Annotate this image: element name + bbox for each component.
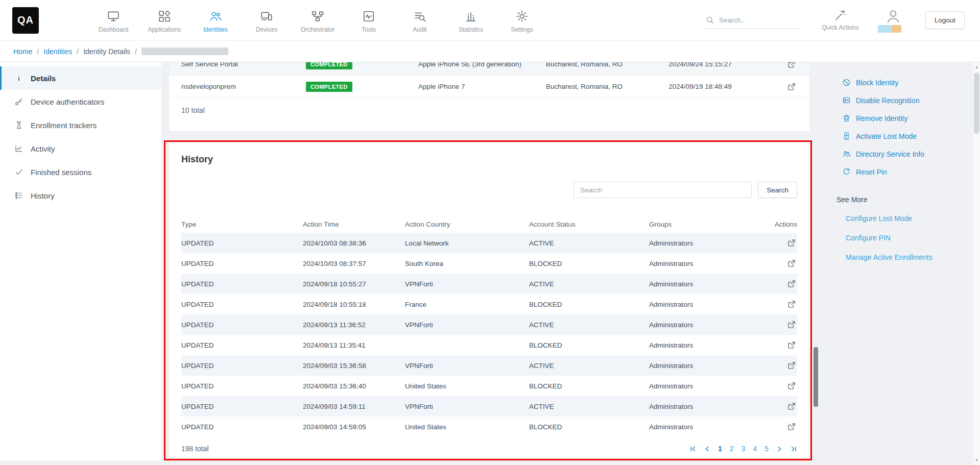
pagination-page-4[interactable]: 4: [753, 445, 757, 453]
pagination-last-icon[interactable]: [791, 446, 797, 452]
nav-item-identities[interactable]: Identities: [190, 8, 241, 33]
scrollbar-down-arrow[interactable]: ▼: [973, 456, 980, 464]
cell-groups: Administrators: [649, 362, 775, 370]
user-menu[interactable]: [881, 8, 905, 33]
sidebar-item-device-authenticators[interactable]: Device authenticators: [0, 90, 161, 113]
breadcrumb: Home / Identities / Identity Details /: [0, 41, 980, 62]
sidebar-item-history[interactable]: History: [0, 184, 161, 207]
pagination-page-5[interactable]: 5: [764, 445, 769, 453]
history-search-row: Search: [181, 182, 797, 198]
activity-chart-icon: [14, 144, 23, 153]
row-details-icon[interactable]: [786, 299, 797, 310]
nav-item-settings[interactable]: Settings: [496, 8, 547, 33]
session-row: nsdeveloponprem COMPLETED Apple iPhone 7…: [169, 76, 809, 98]
row-details-icon[interactable]: [786, 258, 797, 269]
history-row: UPDATED 2024/10/03 08:38:36 Local Networ…: [181, 233, 797, 253]
breadcrumb-separator: /: [77, 47, 79, 56]
row-details-icon[interactable]: [786, 421, 797, 432]
row-details-icon[interactable]: [786, 380, 797, 391]
page-scrollbar-thumb[interactable]: [974, 72, 979, 134]
block-identity-action[interactable]: Block Identity: [836, 74, 965, 91]
cell-status: BLOCKED: [529, 301, 649, 308]
sidebar-item-finished-sessions[interactable]: Finished sessions: [0, 160, 161, 184]
action-label: Directory Service Info: [856, 150, 924, 158]
logout-button[interactable]: Logout: [925, 11, 965, 29]
action-label: Remove Identity: [856, 114, 907, 123]
pagination-page-2[interactable]: 2: [730, 445, 734, 453]
row-details-icon[interactable]: [786, 339, 797, 351]
activate-lost-mode-action[interactable]: Activate Lost Mode: [836, 127, 965, 145]
row-details-icon[interactable]: [786, 237, 797, 249]
disable-recognition-action[interactable]: Disable Recognition: [836, 91, 965, 109]
column-groups: Groups: [649, 221, 775, 228]
breadcrumb-home[interactable]: Home: [13, 47, 32, 56]
session-time: 2024/09/24 15:15:27: [668, 62, 777, 68]
row-details-icon[interactable]: [786, 278, 797, 289]
detail-sidebar: Details Device authenticators Enrollment…: [0, 62, 161, 460]
history-row: UPDATED 2024/09/03 15:36:40 United State…: [181, 376, 797, 396]
nav-item-orchestrator[interactable]: Orchestrator: [292, 8, 343, 33]
nav-label: Statistics: [459, 26, 483, 33]
column-type: Type: [181, 221, 303, 228]
cell-time: 2024/09/03 15:36:58: [303, 362, 405, 370]
cell-status: ACTIVE: [529, 403, 649, 410]
page-scrollbar[interactable]: ▲ ▼: [972, 62, 980, 465]
session-row: Self Service Portal COMPLETED Apple iPho…: [169, 62, 809, 76]
history-table-header: Type Action Time Action Country Account …: [181, 215, 797, 233]
history-row: UPDATED 2024/10/03 08:37:57 South Korea …: [181, 253, 797, 274]
breadcrumb-current: Identity Details: [83, 47, 130, 56]
scrollbar-up-arrow[interactable]: ▲: [973, 63, 980, 71]
sidebar-item-label: Enrollment trackers: [31, 121, 97, 130]
nav-item-audit[interactable]: Audit: [394, 8, 445, 33]
main-content: Self Service Portal COMPLETED Apple iPho…: [169, 62, 809, 465]
nav-item-tools[interactable]: Tools: [343, 8, 394, 33]
nav-item-dashboard[interactable]: Dashboard: [88, 8, 139, 33]
breadcrumb-separator: /: [135, 47, 137, 56]
pagination-prev-icon[interactable]: [704, 446, 710, 452]
sidebar-item-activity[interactable]: Activity: [0, 137, 161, 160]
configure-pin-link[interactable]: Configure PIN: [836, 228, 965, 248]
pagination-page-1[interactable]: 1: [718, 445, 722, 453]
cell-groups: Administrators: [649, 280, 775, 288]
quick-actions-button[interactable]: Quick Actions: [822, 9, 859, 31]
main-nav: Dashboard Applications Identities Device…: [88, 8, 547, 33]
configure-lost-mode-link[interactable]: Configure Lost Mode: [836, 209, 965, 228]
breadcrumb-identities[interactable]: Identities: [43, 47, 72, 56]
sidebar-item-details[interactable]: Details: [0, 66, 161, 90]
manage-active-enrollments-link[interactable]: Manage Active Enrollments: [836, 248, 965, 267]
cell-status: BLOCKED: [529, 260, 649, 267]
pagination-page-3[interactable]: 3: [742, 445, 746, 453]
row-details-icon[interactable]: [786, 360, 797, 371]
open-session-icon[interactable]: [786, 81, 797, 92]
search-input[interactable]: [719, 16, 791, 24]
nav-item-statistics[interactable]: Statistics: [445, 8, 496, 33]
history-search-button[interactable]: Search: [758, 182, 797, 198]
reset-pin-action[interactable]: Reset Pin: [836, 163, 965, 181]
sidebar-item-enrollment-trackers[interactable]: Enrollment trackers: [0, 113, 161, 137]
app-logo[interactable]: QA: [12, 7, 39, 34]
action-label: Block Identity: [856, 79, 898, 87]
history-search-input[interactable]: [573, 182, 752, 198]
nav-item-devices[interactable]: Devices: [241, 8, 292, 33]
nav-label: Settings: [511, 26, 533, 33]
content-scrollbar-thumb[interactable]: [814, 347, 818, 407]
pagination-first-icon[interactable]: [689, 446, 696, 452]
cell-type: UPDATED: [181, 280, 303, 288]
cell-country: Local Network: [405, 239, 529, 247]
dashboard-icon: [107, 10, 120, 23]
directory-service-info-action[interactable]: Directory Service Info: [836, 145, 965, 163]
list-icon: [14, 191, 23, 200]
row-details-icon[interactable]: [786, 319, 797, 330]
tools-icon: [362, 10, 375, 23]
pagination-next-icon[interactable]: [776, 446, 783, 452]
open-session-icon[interactable]: [786, 62, 797, 70]
cell-country: South Korea: [405, 260, 529, 267]
remove-identity-action[interactable]: Remove Identity: [836, 109, 965, 127]
cell-type: UPDATED: [181, 321, 303, 329]
cell-type: UPDATED: [181, 382, 303, 390]
quick-actions-label: Quick Actions: [822, 24, 859, 31]
search-icon: [705, 15, 714, 25]
session-location: Bucharest, Romania, RO: [546, 83, 668, 90]
row-details-icon[interactable]: [786, 401, 797, 412]
nav-item-applications[interactable]: Applications: [139, 8, 190, 33]
